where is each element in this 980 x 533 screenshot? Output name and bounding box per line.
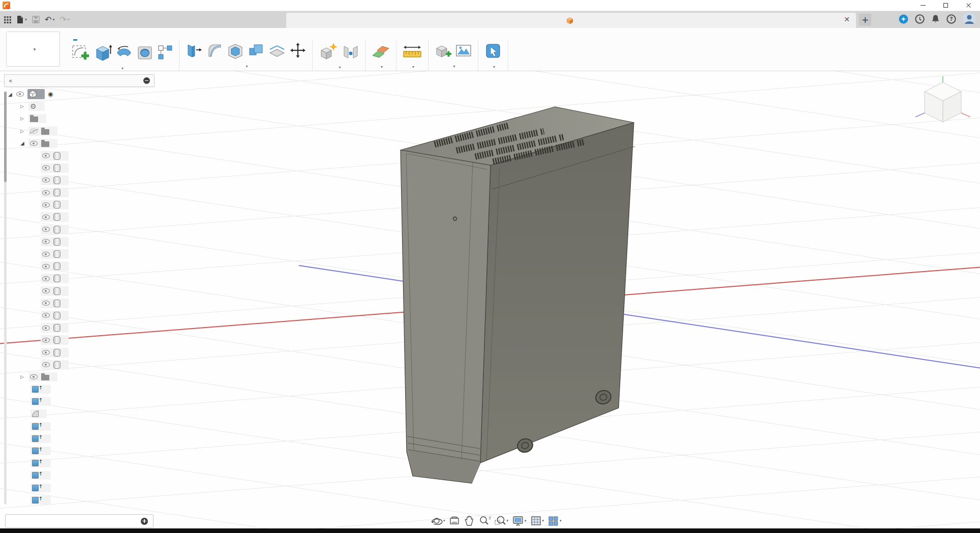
insert-canvas-button[interactable] xyxy=(454,41,473,62)
tree-item-feature[interactable] xyxy=(8,482,69,494)
app-grid-icon[interactable] xyxy=(4,16,11,23)
visibility-eye-icon[interactable] xyxy=(42,165,50,170)
tree-item-body[interactable] xyxy=(8,322,69,334)
grid-snap-caret-icon[interactable]: ▾ xyxy=(542,519,544,523)
group-label-construct[interactable] xyxy=(365,63,396,71)
view-cube[interactable] xyxy=(911,74,977,130)
tab-form[interactable] xyxy=(131,38,135,40)
look-at-button[interactable] xyxy=(448,514,461,527)
tree-item-feature[interactable] xyxy=(8,469,69,482)
fillet-button[interactable] xyxy=(205,41,224,62)
tree-item-feature[interactable] xyxy=(8,408,69,420)
group-label-select[interactable] xyxy=(478,63,508,71)
visibility-eye-icon[interactable] xyxy=(42,362,50,367)
help-icon[interactable]: ? xyxy=(946,14,956,26)
visibility-eye-icon[interactable] xyxy=(42,313,50,318)
joint-button[interactable] xyxy=(342,42,360,63)
group-label-modify[interactable] xyxy=(179,62,312,71)
new-tab-button[interactable]: + xyxy=(859,14,871,26)
measure-button[interactable] xyxy=(402,41,423,63)
visibility-eye-icon[interactable] xyxy=(42,202,50,208)
expand-arrow-icon[interactable]: ▷ xyxy=(20,104,28,109)
add-comment-icon[interactable] xyxy=(141,518,148,525)
combine-button[interactable] xyxy=(247,41,265,62)
new-component-button[interactable] xyxy=(318,41,339,64)
comment-input[interactable] xyxy=(15,517,141,525)
tree-item-body[interactable] xyxy=(8,309,69,321)
visibility-eye-icon[interactable] xyxy=(42,288,50,293)
zoom-window-button[interactable]: ▾ xyxy=(493,514,510,527)
visibility-eye-icon[interactable] xyxy=(42,190,50,195)
expand-arrow-icon[interactable]: ◢ xyxy=(20,140,28,146)
tree-item-sketches-folder[interactable]: ▷ xyxy=(8,371,69,383)
workspace-selector[interactable] xyxy=(6,32,60,67)
create-sketch-button[interactable] xyxy=(69,41,91,66)
collapse-panel-icon[interactable]: « xyxy=(9,77,12,84)
pattern-button[interactable] xyxy=(157,44,174,63)
tree-item-root[interactable]: ◢ ◉ xyxy=(8,88,69,100)
browser-scrollbar[interactable] xyxy=(4,92,7,505)
minimize-button[interactable] xyxy=(911,0,934,11)
expand-arrow-icon[interactable]: ▷ xyxy=(20,116,28,121)
close-button[interactable] xyxy=(957,0,980,11)
visibility-eye-icon[interactable] xyxy=(42,227,50,232)
tab-utilities[interactable] xyxy=(189,38,193,40)
model-front-face[interactable] xyxy=(401,150,491,483)
move-button[interactable] xyxy=(289,41,307,62)
extrude-button[interactable] xyxy=(94,43,112,64)
group-label-inspect[interactable] xyxy=(396,63,428,71)
viewport-canvas[interactable]: « ◢ ◉ ▷ ⚙ ▷ ▷ ◢ xyxy=(0,71,980,528)
job-status-icon[interactable] xyxy=(899,14,908,26)
zoom-window-caret-icon[interactable]: ▾ xyxy=(507,519,509,523)
visibility-eye-icon[interactable] xyxy=(42,239,50,244)
avatar[interactable] xyxy=(963,12,976,27)
tree-item-body[interactable] xyxy=(8,174,69,186)
tab-close-icon[interactable]: ✕ xyxy=(844,16,850,23)
tree-item-body[interactable] xyxy=(8,248,69,260)
document-tab[interactable]: ✕ xyxy=(286,13,856,28)
split-body-button[interactable] xyxy=(268,41,286,62)
pan-button[interactable] xyxy=(463,514,476,527)
tree-item-body[interactable] xyxy=(8,199,69,211)
tree-item-body[interactable] xyxy=(8,223,69,235)
save-button[interactable] xyxy=(32,16,40,23)
visibility-eye-icon[interactable] xyxy=(42,276,50,281)
grid-snap-button[interactable]: ▾ xyxy=(529,514,545,527)
group-label-create[interactable] xyxy=(64,66,179,71)
model-3d-tower-case[interactable] xyxy=(0,71,980,528)
zoom-button[interactable]: ± xyxy=(477,514,492,527)
group-label-assemble[interactable] xyxy=(313,64,365,71)
browser-panel-header[interactable]: « xyxy=(4,74,155,87)
insert-derive-button[interactable] xyxy=(434,41,452,62)
tree-item-body[interactable] xyxy=(8,334,69,346)
expand-arrow-icon[interactable]: ▷ xyxy=(20,129,28,134)
undo-button[interactable]: ↶▾ xyxy=(45,15,54,24)
tree-item-feature[interactable] xyxy=(8,396,69,408)
expand-arrow-icon[interactable]: ▷ xyxy=(20,374,28,379)
visibility-eye-icon[interactable] xyxy=(42,177,50,183)
tree-item-body[interactable] xyxy=(8,162,69,174)
tree-item-body[interactable] xyxy=(8,285,69,297)
visibility-eye-icon[interactable] xyxy=(16,92,24,97)
tree-item-feature[interactable] xyxy=(8,457,69,469)
tree-item-feature[interactable] xyxy=(8,432,69,445)
tree-item-body[interactable] xyxy=(8,346,69,359)
select-button[interactable] xyxy=(483,41,503,63)
tab-plastic[interactable] xyxy=(170,38,174,40)
construction-plane-button[interactable] xyxy=(371,41,391,63)
visibility-eye-icon[interactable] xyxy=(30,141,38,146)
revolve-button[interactable] xyxy=(115,43,133,64)
tree-item-document-settings[interactable]: ▷ ⚙ xyxy=(8,100,69,112)
orbit-button[interactable]: ▾ xyxy=(430,514,446,527)
bell-icon[interactable] xyxy=(931,14,940,25)
tree-item-feature[interactable] xyxy=(8,383,69,396)
hole-button[interactable] xyxy=(136,43,154,64)
visibility-eye-icon[interactable] xyxy=(42,215,50,220)
browser-scrollbar-thumb[interactable] xyxy=(4,92,7,182)
tab-sheet-metal[interactable] xyxy=(150,38,155,40)
tab-surface[interactable] xyxy=(93,38,97,40)
visibility-eye-icon[interactable] xyxy=(42,325,50,331)
display-settings-caret-icon[interactable]: ▾ xyxy=(525,519,527,523)
visibility-eye-icon[interactable] xyxy=(42,153,50,158)
notification-center-icon[interactable] xyxy=(915,14,925,26)
